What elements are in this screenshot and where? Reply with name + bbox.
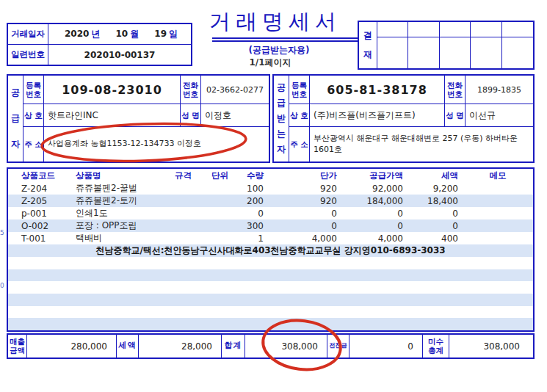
empty-row [8,306,533,319]
receiver-company-label: 상 호 [289,104,310,126]
supplier-company-name: 핫트라인INC [44,104,181,126]
supplier-tel-number: 02-3662-0277 [201,76,269,104]
total-value: 308,000 [245,335,327,357]
col-header-price: 단가 [268,170,341,181]
supplier-tel-label: 전화 번호 [181,76,201,104]
transaction-date-row: 거래일자 2020년 10월 19일 [8,24,191,45]
sales-amount-label: 매출 금액 [8,335,27,357]
approval-cell [502,22,533,37]
document-title: 거래명세서 [184,9,367,34]
approval-cell [471,37,501,68]
receiver-tel-number: 1899-1835 [466,76,533,104]
previous-balance-label: 전잔금 [327,335,349,357]
supplier-reg-label: 등록 번호 [23,76,44,104]
col-header-unit: 단위 [196,170,233,181]
col-header-memo: 메모 [463,170,533,181]
receiver-registration-row: 등록 번호 605-81-38178 전화 번호 1899-1835 [289,76,533,104]
page-indicator: 1/1페이지 [204,57,336,69]
receiver-side-label: 공 급 받 는 자 [274,76,289,161]
delivery-note-row: 천남중학교/택선:천안동남구신사대화로403천남중학교교무실 강지영010-68… [8,244,533,257]
receiver-tel-label: 전화 번호 [445,76,466,104]
col-header-name: 상품명 [74,170,162,181]
supplier-section: 공 급 자 등록 번호 109-08-23010 전화 번호 02-3662-0… [7,74,270,163]
approval-cell [440,22,471,37]
previous-balance-value: 0 [349,335,423,357]
receiver-rows: 등록 번호 605-81-38178 전화 번호 1899-1835 상 호 (… [289,76,533,161]
supplier-address-label: 주 소 [23,127,44,161]
approval-cell [408,37,439,68]
items-header-row: 상품코드 상품명 규격 단위 수량 단가 공급가액 세액 메모 [8,169,533,182]
supplier-address-row: 주 소 사업용계좌 농협1153-12-134733 이정호 [23,127,269,161]
tax-value: 28,000 [139,335,222,357]
date-day: 19일 [154,28,178,40]
supplier-address-value: 사업용계좌 농협1153-12-134733 이정호 [44,127,269,161]
supplier-ceo-label: 성 명 [181,104,201,126]
supplier-reg-number: 109-08-23010 [44,76,181,104]
table-row: Z-205 쥬쥬볼펜2-토끼 200 920 184,000 18,400 [8,195,533,207]
col-header-qty: 수량 [233,170,268,181]
approval-cell [408,22,439,37]
table-row: O-002 포장 : OPP조립 300 0 0 0 [8,219,533,232]
col-header-tax: 세액 [407,170,463,181]
receivable-total-value: 308,000 [449,335,533,357]
serial-number-row: 일련번호 202010-00137 [8,45,191,65]
summary-bar: 매출 금액 280,000 세액 28,000 합계 308,000 전잔금 0… [7,333,535,359]
tax-label: 세액 [117,335,139,357]
receiver-reg-number: 605-81-38178 [310,76,445,104]
supplier-rows: 등록 번호 109-08-23010 전화 번호 02-3662-0277 상 … [23,76,269,161]
approval-cell [440,37,471,68]
table-row: Z-204 쥬쥬볼펜2-꿀벌 100 920 92,000 9,200 [8,182,533,195]
receiver-address-row: 주 소 부산광역시 해운대구 해운대해변로 257 (우동) 하버타운 1601… [289,127,533,161]
total-label: 합계 [222,335,245,357]
approval-cell [377,37,408,68]
sales-amount-value: 280,000 [27,335,117,357]
empty-row [8,281,533,294]
items-table: 상품코드 상품명 규격 단위 수량 단가 공급가액 세액 메모 Z-204 쥬쥬… [7,167,535,332]
empty-row [8,257,533,269]
approval-sign-box: 결 재 [358,21,535,70]
transaction-date-value: 2020년 10월 19일 [48,24,191,44]
date-serial-box: 거래일자 2020년 10월 19일 일련번호 202010-00137 [7,23,192,66]
approval-cell [377,22,408,37]
edge-artifact: 0 [0,282,4,289]
supplier-company-row: 상 호 핫트라인INC 성 명 이정호 [23,104,269,127]
supplier-ceo-name: 이정호 [201,104,269,126]
document-subtitle: (공급받는자용) [206,44,352,57]
approval-cell [471,22,501,37]
edge-artifact: 5 [0,229,4,236]
serial-number-label: 일련번호 [8,45,48,65]
receiver-company-row: 상 호 (주)비즈플(비즈플기프트) 성 명 이선규 [289,104,533,127]
empty-row [8,318,533,330]
receiver-section: 공 급 받 는 자 등록 번호 605-81-38178 전화 번호 1899-… [272,74,535,163]
col-header-spec: 규격 [162,170,196,181]
col-header-code: 상품코드 [8,170,74,181]
approval-label: 결 재 [359,22,377,68]
receiver-company-name: (주)비즈플(비즈플기프트) [310,104,445,126]
receiver-reg-label: 등록 번호 [289,76,310,104]
serial-number-value: 202010-00137 [48,45,191,65]
date-year: 2020년 [65,28,100,40]
receiver-address-value: 부산광역시 해운대구 해운대해변로 257 (우동) 하버타운 1601호 [310,127,533,161]
table-row: p-001 인쇄1도 0 0 0 0 [8,207,533,219]
empty-row [8,269,533,282]
table-row: T-001 택배비 1 4,000 4,000 400 [8,232,533,244]
approval-cell [502,37,533,68]
col-header-supply: 공급가액 [341,170,407,181]
supplier-registration-row: 등록 번호 109-08-23010 전화 번호 02-3662-0277 [23,76,269,104]
supplier-side-label: 공 급 자 [8,76,23,161]
receiver-address-label: 주 소 [289,127,310,161]
transaction-date-label: 거래일자 [8,24,48,44]
date-month: 10월 [116,28,140,40]
empty-row [8,294,533,306]
supplier-company-label: 상 호 [23,104,44,126]
receiver-ceo-label: 성 명 [445,104,466,126]
receivable-total-label: 미수 총계 [423,335,449,357]
receiver-ceo-name: 이선규 [466,104,533,126]
